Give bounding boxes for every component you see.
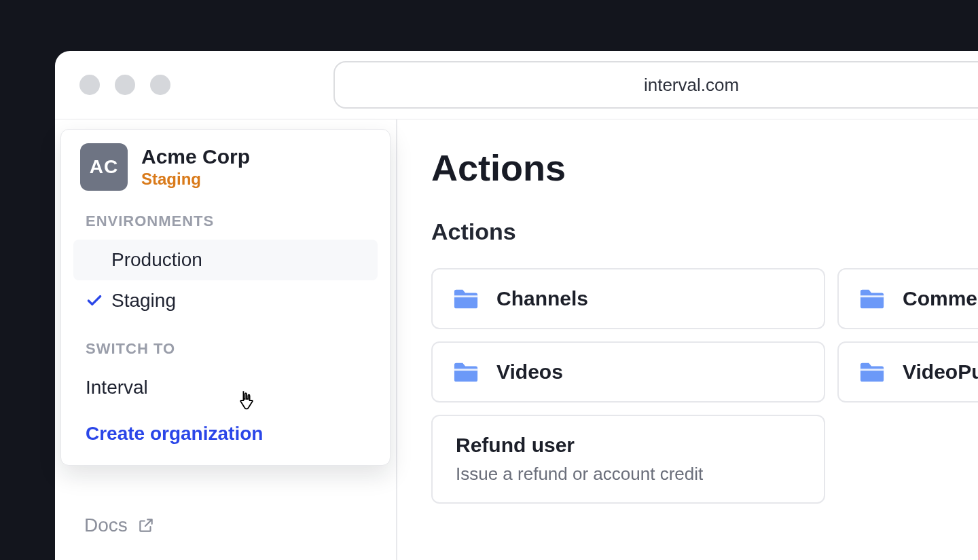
switch-item-label: Interval bbox=[86, 377, 148, 398]
environment-label: Production bbox=[111, 249, 202, 271]
section-title: Actions bbox=[431, 219, 978, 245]
check-icon bbox=[86, 292, 103, 310]
org-name: Acme Corp bbox=[141, 145, 250, 168]
org-avatar: AC bbox=[80, 143, 128, 191]
folder-label: Videos bbox=[496, 360, 563, 384]
org-switcher-panel: AC Acme Corp Staging ENVIRONMENTS Produc… bbox=[60, 129, 391, 466]
folder-label: VideoPu bbox=[903, 360, 978, 384]
main-content: Actions Actions Channels Comme bbox=[397, 119, 978, 560]
environment-label: Staging bbox=[111, 290, 176, 312]
folder-label: Channels bbox=[496, 287, 588, 310]
url-bar[interactable]: interval.com bbox=[333, 61, 978, 109]
environments-heading: ENVIRONMENTS bbox=[73, 193, 378, 240]
cursor-pointer-icon bbox=[237, 390, 256, 411]
org-env-label: Staging bbox=[141, 170, 250, 189]
docs-link[interactable]: Docs bbox=[84, 515, 155, 536]
switch-item-interval[interactable]: Interval bbox=[73, 367, 378, 408]
action-title: Refund user bbox=[456, 434, 801, 457]
folder-card-videopublish[interactable]: VideoPu bbox=[837, 341, 978, 403]
org-initials: AC bbox=[90, 156, 118, 178]
folder-card-channels[interactable]: Channels bbox=[431, 268, 825, 329]
folder-label: Comme bbox=[903, 287, 977, 310]
page-title: Actions bbox=[431, 147, 978, 189]
app-shell: AC Acme Corp Staging ENVIRONMENTS Produc… bbox=[55, 119, 978, 560]
sidebar: AC Acme Corp Staging ENVIRONMENTS Produc… bbox=[55, 119, 397, 560]
browser-window: interval.com AC Acme Corp Staging ENVIRO… bbox=[55, 51, 978, 560]
action-description: Issue a refund or account credit bbox=[456, 464, 801, 485]
check-spacer bbox=[86, 251, 103, 269]
browser-chrome: interval.com bbox=[55, 51, 978, 119]
create-organization-label: Create organization bbox=[86, 423, 263, 444]
window-close-icon[interactable] bbox=[79, 75, 100, 95]
org-info: Acme Corp Staging bbox=[141, 145, 250, 189]
external-link-icon bbox=[137, 517, 155, 534]
org-header[interactable]: AC Acme Corp Staging bbox=[73, 143, 378, 193]
svg-rect-2 bbox=[454, 369, 477, 371]
window-minimize-icon[interactable] bbox=[115, 75, 135, 95]
folder-icon bbox=[859, 360, 885, 384]
docs-label: Docs bbox=[84, 515, 128, 536]
folder-icon bbox=[453, 360, 479, 384]
window-controls bbox=[79, 75, 170, 95]
svg-rect-1 bbox=[861, 295, 884, 297]
folder-grid: Channels Comme Videos bbox=[431, 268, 978, 403]
folder-icon bbox=[453, 287, 479, 310]
environment-item-staging[interactable]: Staging bbox=[73, 280, 378, 321]
folder-card-comments[interactable]: Comme bbox=[837, 268, 978, 329]
window-maximize-icon[interactable] bbox=[150, 75, 170, 95]
url-text: interval.com bbox=[644, 75, 739, 96]
create-organization-link[interactable]: Create organization bbox=[73, 408, 378, 450]
environment-item-production[interactable]: Production bbox=[73, 240, 378, 280]
folder-card-videos[interactable]: Videos bbox=[431, 341, 825, 403]
svg-rect-0 bbox=[454, 295, 477, 297]
action-card-refund-user[interactable]: Refund user Issue a refund or account cr… bbox=[431, 415, 825, 504]
svg-rect-3 bbox=[861, 369, 884, 371]
folder-icon bbox=[859, 287, 885, 310]
switch-to-heading: SWITCH TO bbox=[73, 321, 378, 367]
